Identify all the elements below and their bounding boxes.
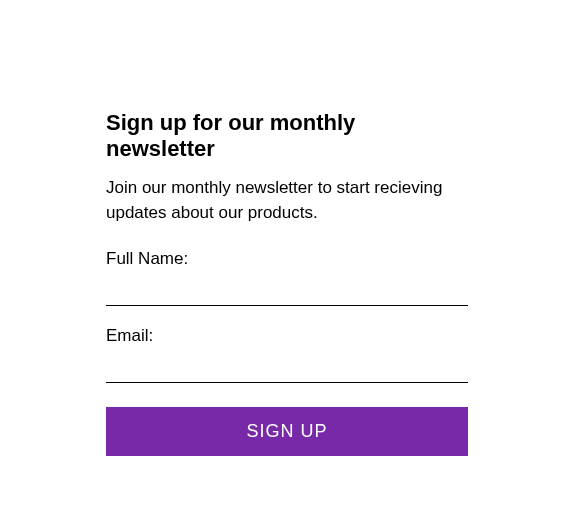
fullname-field-group: Full Name: (106, 249, 468, 306)
email-label: Email: (106, 326, 468, 346)
form-heading: Sign up for our monthly newsletter (106, 110, 468, 162)
email-field-group: Email: (106, 326, 468, 383)
fullname-label: Full Name: (106, 249, 468, 269)
fullname-input[interactable] (106, 275, 468, 306)
newsletter-signup-form: Sign up for our monthly newsletter Join … (106, 110, 468, 456)
signup-button[interactable]: SIGN UP (106, 407, 468, 456)
email-input[interactable] (106, 352, 468, 383)
form-description: Join our monthly newsletter to start rec… (106, 176, 468, 225)
